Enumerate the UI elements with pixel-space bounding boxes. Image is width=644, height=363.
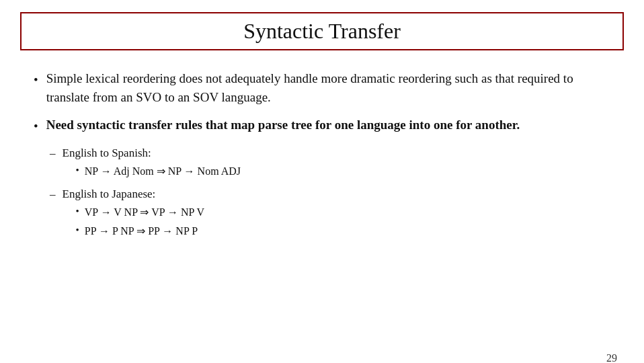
sub-sub-text-vp: VP → V NP ⇒ VP → NP V (85, 204, 204, 220)
bullet-text-2-bold: Need syntactic transfer rules that map p… (46, 118, 520, 132)
sub-sub-dot-1: • (76, 163, 79, 178)
sub-item-english-japanese: – English to Japanese: • VP → V NP ⇒ VP … (50, 186, 610, 241)
sub-dash-1: – (50, 145, 56, 161)
sub-list: – English to Spanish: • NP → Adj Nom ⇒ N… (50, 145, 610, 241)
slide-title: Syntactic Transfer (243, 19, 401, 43)
main-bullet-list: • Simple lexical reordering does not ade… (34, 69, 610, 136)
sub-dash-2: – (50, 186, 56, 202)
slide: Syntactic Transfer • Simple lexical reor… (0, 12, 644, 363)
sub-sub-text-pp: PP → P NP ⇒ PP → NP P (85, 223, 198, 239)
bullet-text-2: Need syntactic transfer rules that map p… (46, 116, 610, 134)
sub-sub-text-1: NP → Adj Nom ⇒ NP → Nom ADJ (85, 163, 241, 179)
sub-sub-dot-pp: • (76, 223, 79, 238)
sub-item-label-1: English to Spanish: • NP → Adj Nom ⇒ NP … (63, 145, 611, 182)
bullet-text-1: Simple lexical reordering does not adequ… (46, 69, 610, 106)
sub-sub-list-2: • VP → V NP ⇒ VP → NP V • PP → P NP ⇒ PP… (76, 204, 611, 238)
page-number: 29 (606, 352, 617, 363)
sub-item-english-spanish: – English to Spanish: • NP → Adj Nom ⇒ N… (50, 145, 610, 182)
sub-sub-item-vp: • VP → V NP ⇒ VP → NP V (76, 204, 611, 220)
sub-item-label-2: English to Japanese: • VP → V NP ⇒ VP → … (63, 186, 611, 241)
sub-sub-item-pp: • PP → P NP ⇒ PP → NP P (76, 223, 611, 239)
title-box: Syntactic Transfer (20, 12, 624, 50)
sub-sub-item-1: • NP → Adj Nom ⇒ NP → Nom ADJ (76, 163, 611, 179)
bullet-item-2: • Need syntactic transfer rules that map… (34, 116, 610, 136)
bullet-dot-2: • (34, 117, 38, 136)
sub-sub-list-1: • NP → Adj Nom ⇒ NP → Nom ADJ (76, 163, 611, 179)
bullet-item-1: • Simple lexical reordering does not ade… (34, 69, 610, 106)
slide-content: • Simple lexical reordering does not ade… (0, 63, 644, 253)
sub-sub-dot-vp: • (76, 204, 79, 219)
bullet-dot-1: • (34, 71, 38, 89)
